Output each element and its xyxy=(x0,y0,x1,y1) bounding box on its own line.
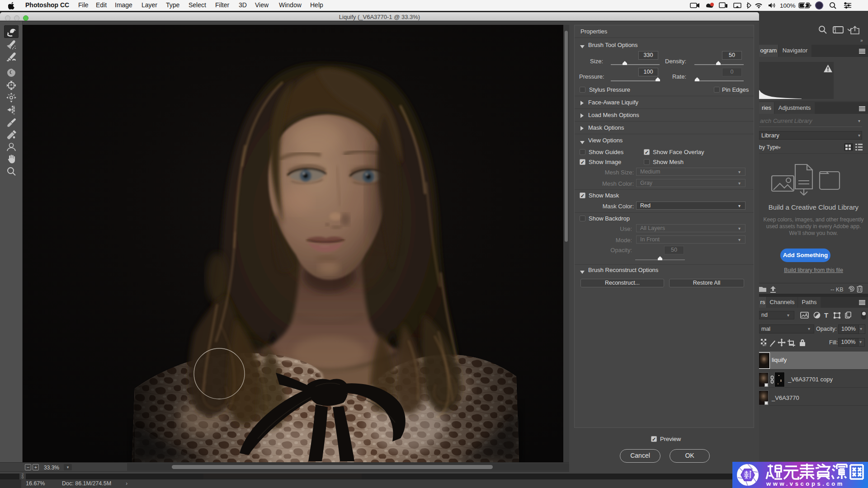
svg-text:100%: 100% xyxy=(780,2,796,9)
svg-text:-- KB: -- KB xyxy=(830,286,843,293)
svg-text:www.vscops.com: www.vscops.com xyxy=(766,480,844,487)
svg-text:T: T xyxy=(824,311,828,319)
